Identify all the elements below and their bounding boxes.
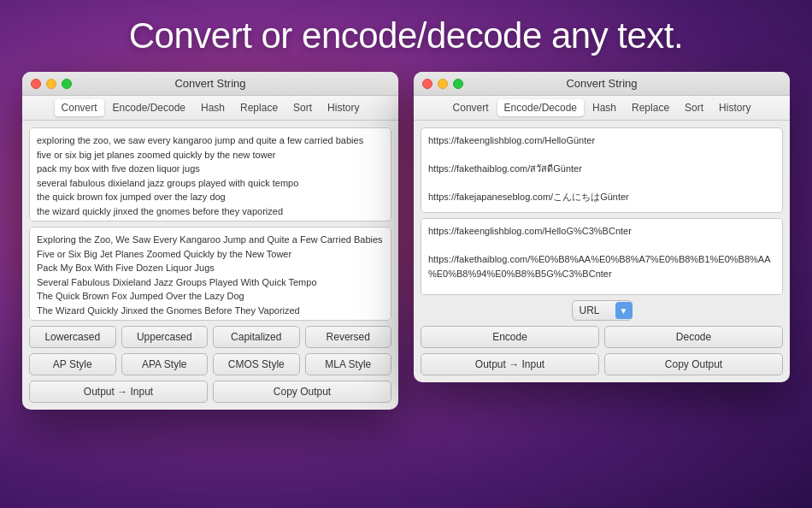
tab-sort-2[interactable]: Sort <box>678 99 710 116</box>
encoding-type-select[interactable]: URL Base64 HTML URL <box>572 300 633 321</box>
toolbar-2: Convert Encode/Decode Hash Replace Sort … <box>414 96 790 121</box>
window-encode: Convert String Convert Encode/Decode Has… <box>414 72 790 382</box>
tab-encode-decode-2[interactable]: Encode/Decode <box>497 99 584 116</box>
copy-output-button-1[interactable]: Copy Output <box>213 381 391 403</box>
tab-hash-1[interactable]: Hash <box>194 99 232 116</box>
encode-decode-row: Encode Decode <box>421 326 783 348</box>
tab-replace-2[interactable]: Replace <box>625 99 676 116</box>
input-textarea-1[interactable] <box>29 127 391 222</box>
traffic-lights-1 <box>31 79 72 89</box>
output-textarea-2[interactable] <box>421 218 783 295</box>
tab-hash-2[interactable]: Hash <box>585 99 623 116</box>
minimize-button-2[interactable] <box>438 79 448 89</box>
tab-sort-1[interactable]: Sort <box>286 99 319 116</box>
output-to-input-button-2[interactable]: Output → Input <box>421 353 599 375</box>
output-textarea-1[interactable] <box>29 227 391 321</box>
reversed-button[interactable]: Reversed <box>305 326 392 348</box>
decode-button[interactable]: Decode <box>604 326 783 348</box>
traffic-lights-2 <box>422 79 463 89</box>
hero-title: Convert or encode/decode any text. <box>129 15 683 56</box>
mla-style-button[interactable]: MLA Style <box>305 353 392 375</box>
window-content-2: URL Base64 HTML URL ▼ Encode Decode Outp… <box>414 121 790 382</box>
url-select-wrapper: URL Base64 HTML URL ▼ <box>572 300 633 321</box>
output-to-input-button-1[interactable]: Output → Input <box>29 381 208 403</box>
windows-row: Convert String Convert Encode/Decode Has… <box>3 72 809 410</box>
window-title-2: Convert String <box>566 77 637 90</box>
apa-style-button[interactable]: APA Style <box>121 353 209 375</box>
minimize-button-1[interactable] <box>46 79 56 89</box>
bottom-buttons-row-2: Output → Input Copy Output <box>421 353 783 375</box>
tab-encode-decode-1[interactable]: Encode/Decode <box>106 99 192 116</box>
window-content-1: Lowercased Uppercased Capitalized Revers… <box>22 121 398 410</box>
copy-output-button-2[interactable]: Copy Output <box>604 353 783 375</box>
window-title-1: Convert String <box>174 77 245 90</box>
close-button-2[interactable] <box>422 79 432 89</box>
maximize-button-1[interactable] <box>62 79 72 89</box>
encode-button[interactable]: Encode <box>421 326 599 348</box>
titlebar-2: Convert String <box>414 72 790 96</box>
maximize-button-2[interactable] <box>453 79 463 89</box>
case-buttons-row: Lowercased Uppercased Capitalized Revers… <box>29 326 391 348</box>
titlebar-1: Convert String <box>22 72 398 96</box>
ap-style-button[interactable]: AP Style <box>29 353 116 375</box>
lowercased-button[interactable]: Lowercased <box>29 326 116 348</box>
tab-history-2[interactable]: History <box>712 99 757 116</box>
input-textarea-2[interactable] <box>421 127 783 213</box>
bottom-buttons-row-1: Output → Input Copy Output <box>29 381 391 403</box>
close-button-1[interactable] <box>31 79 41 89</box>
tab-convert-1[interactable]: Convert <box>55 99 104 116</box>
capitalized-button[interactable]: Capitalized <box>213 326 300 348</box>
window-convert: Convert String Convert Encode/Decode Has… <box>22 72 398 410</box>
style-buttons-row: AP Style APA Style CMOS Style MLA Style <box>29 353 391 375</box>
tab-convert-2[interactable]: Convert <box>446 99 496 116</box>
uppercased-button[interactable]: Uppercased <box>121 326 209 348</box>
toolbar-1: Convert Encode/Decode Hash Replace Sort … <box>22 96 398 121</box>
tab-history-1[interactable]: History <box>321 99 366 116</box>
url-select-row: URL Base64 HTML URL ▼ <box>421 300 783 321</box>
tab-replace-1[interactable]: Replace <box>233 99 285 116</box>
cmos-style-button[interactable]: CMOS Style <box>213 353 300 375</box>
